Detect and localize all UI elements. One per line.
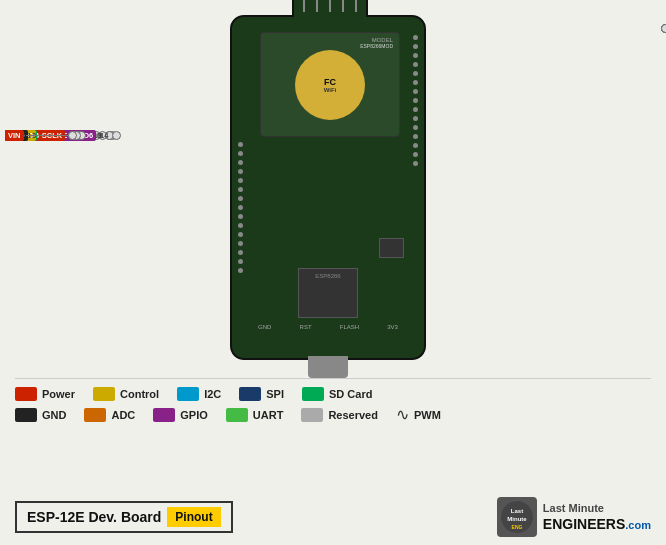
board-pin xyxy=(413,80,418,85)
board-pin xyxy=(238,268,243,273)
legend-label-control: Control xyxy=(120,388,159,400)
legend-box-gnd xyxy=(15,408,37,422)
legend-box-control xyxy=(93,387,115,401)
board-title-box: ESP-12E Dev. Board Pinout xyxy=(15,501,233,533)
svg-text:Minute: Minute xyxy=(507,516,527,522)
board-pin xyxy=(238,142,243,147)
legend-label-power: Power xyxy=(42,388,75,400)
legend-control: Control xyxy=(93,387,159,401)
board-pin xyxy=(238,214,243,219)
footer: ESP-12E Dev. Board Pinout Last Minute EN… xyxy=(15,497,651,537)
legend-box-adc xyxy=(84,408,106,422)
pin-tag-vin: VIN xyxy=(5,130,24,141)
legend-gpio: GPIO xyxy=(153,408,208,422)
legend-section: Power Control I2C SPI SD Card GND xyxy=(15,378,651,424)
legend-gnd: GND xyxy=(15,408,66,422)
legend-label-sdcard: SD Card xyxy=(329,388,372,400)
board-area: FC WiFi MODEL ESP8266MOD ESP8266 xyxy=(0,5,666,375)
antenna-line xyxy=(342,0,344,12)
legend-box-power xyxy=(15,387,37,401)
legend-sdcard: SD Card xyxy=(302,387,372,401)
board-pin xyxy=(413,107,418,112)
board-pin xyxy=(238,250,243,255)
brand-logo: Last Minute ENG xyxy=(497,497,537,537)
legend-spi: SPI xyxy=(239,387,284,401)
pin-dot xyxy=(661,24,666,33)
legend-i2c: I2C xyxy=(177,387,221,401)
antenna-line xyxy=(316,0,318,12)
board-name: ESP-12E Dev. Board xyxy=(27,509,161,525)
board-pin xyxy=(238,196,243,201)
pin-line xyxy=(26,135,66,136)
legend-box-uart xyxy=(226,408,248,422)
antenna xyxy=(292,0,368,17)
pinout-label: Pinout xyxy=(167,507,220,527)
board-pin xyxy=(413,62,418,67)
board-pin xyxy=(238,223,243,228)
legend-reserved: Reserved xyxy=(301,408,378,422)
board-pin xyxy=(238,178,243,183)
svg-text:Last: Last xyxy=(511,508,523,514)
board-pin xyxy=(238,205,243,210)
svg-text:ENG: ENG xyxy=(511,524,522,530)
antenna-line xyxy=(329,0,331,12)
board-pin xyxy=(413,89,418,94)
legend-box-gpio xyxy=(153,408,175,422)
small-ic xyxy=(379,238,404,258)
legend-box-spi xyxy=(239,387,261,401)
legend-label-spi: SPI xyxy=(266,388,284,400)
legend-label-i2c: I2C xyxy=(204,388,221,400)
brand-line1: Last Minute xyxy=(543,501,651,515)
pin-num-sdclk: 14 xyxy=(98,131,110,140)
legend-label-reserved: Reserved xyxy=(328,409,378,421)
brand-suffix: .com xyxy=(625,519,651,531)
legend-label-uart: UART xyxy=(253,409,284,421)
board-pin xyxy=(238,169,243,174)
legend-label-pwm: PWM xyxy=(414,409,441,421)
brand-section: Last Minute ENG Last Minute ENGINEERS.co… xyxy=(497,497,651,537)
pcb-board: FC WiFi MODEL ESP8266MOD ESP8266 xyxy=(230,15,426,360)
pin-dot xyxy=(68,131,77,140)
legend-power: Power xyxy=(15,387,75,401)
legend-label-adc: ADC xyxy=(111,409,135,421)
antenna-line xyxy=(303,0,305,12)
legend-box-reserved xyxy=(301,408,323,422)
wifi-module: FC WiFi MODEL ESP8266MOD xyxy=(260,32,400,137)
board-pin xyxy=(413,53,418,58)
antenna-line xyxy=(355,0,357,12)
legend-label-gnd: GND xyxy=(42,409,66,421)
legend-uart: UART xyxy=(226,408,284,422)
brand-line2: ENGINEERS.com xyxy=(543,515,651,533)
board-pin xyxy=(238,232,243,237)
board-pin xyxy=(413,143,418,148)
main-ic: ESP8266 xyxy=(298,268,358,318)
board-pin xyxy=(413,134,418,139)
board-pin xyxy=(238,151,243,156)
legend-box-sdcard xyxy=(302,387,324,401)
wifi-logo: FC WiFi xyxy=(295,50,365,120)
board-pin xyxy=(413,152,418,157)
board-pin xyxy=(238,160,243,165)
board-pin xyxy=(413,161,418,166)
legend-label-gpio: GPIO xyxy=(180,409,208,421)
legend-adc: ADC xyxy=(84,408,135,422)
board-pin xyxy=(238,187,243,192)
pin-vin: VIN xyxy=(5,130,77,141)
main-container: FC WiFi MODEL ESP8266MOD ESP8266 xyxy=(0,0,666,545)
board-pin xyxy=(413,71,418,76)
module-label: ESP8266MOD xyxy=(360,43,393,49)
pin-dot xyxy=(112,131,121,140)
usb-connector xyxy=(308,356,348,378)
board-pin xyxy=(413,44,418,49)
board-pin xyxy=(413,98,418,103)
brand-text: Last Minute ENGINEERS.com xyxy=(543,501,651,533)
board-pin xyxy=(413,35,418,40)
legend-box-i2c xyxy=(177,387,199,401)
brand-engineers: ENGINEERS xyxy=(543,516,625,532)
pin-3v3c: 3.3V xyxy=(661,23,666,34)
board-pin xyxy=(238,241,243,246)
board-pin xyxy=(238,259,243,264)
pwm-squiggle-icon: ∿ xyxy=(396,405,409,424)
board-pin xyxy=(413,116,418,121)
legend-pwm: ∿ PWM xyxy=(396,405,441,424)
